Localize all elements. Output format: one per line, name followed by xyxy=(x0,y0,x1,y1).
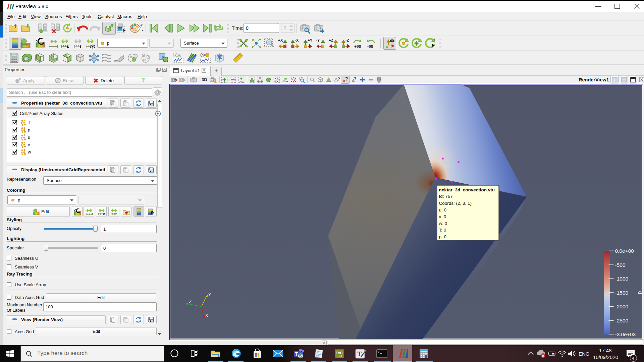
svg-text:?: ? xyxy=(345,76,348,81)
svg-text:nektar_3d_convection.vtu: nektar_3d_convection.vtu xyxy=(439,187,495,192)
svg-text:c: c xyxy=(103,212,105,215)
svg-text:+90: +90 xyxy=(354,44,361,49)
svg-text:w: 0: w: 0 xyxy=(439,221,447,226)
svg-text:t: t xyxy=(115,212,117,215)
svg-text:Y: Y xyxy=(208,292,212,297)
svg-text:?: ? xyxy=(337,76,340,81)
svg-text:-2000: -2000 xyxy=(615,304,629,309)
svg-text:-1000: -1000 xyxy=(615,276,629,282)
svg-text:Z: Z xyxy=(189,299,192,304)
svg-text:-Y: -Y xyxy=(316,38,320,42)
svg-text:+Z: +Z xyxy=(329,38,333,42)
svg-text:+Y: +Y xyxy=(308,38,313,42)
svg-text:+X: +X xyxy=(278,38,283,42)
svg-text:T: 0: T: 0 xyxy=(439,228,446,233)
svg-text:v: 0: v: 0 xyxy=(439,214,446,219)
svg-text:p: p xyxy=(637,291,642,294)
svg-text:p: 0: p: 0 xyxy=(439,234,447,239)
svg-text:-X: -X xyxy=(295,38,299,42)
svg-text:-90: -90 xyxy=(367,44,373,49)
svg-text:Coords: (2, 3, 1): Coords: (2, 3, 1) xyxy=(439,201,472,206)
svg-text:c: c xyxy=(67,44,69,49)
svg-text:-3.0e+03: -3.0e+03 xyxy=(615,331,636,337)
svg-text:-1500: -1500 xyxy=(615,290,629,296)
svg-text:-500: -500 xyxy=(615,262,626,268)
svg-text:t: t xyxy=(80,44,82,49)
svg-text:u: 0: u: 0 xyxy=(439,207,447,213)
svg-text:0.0e+00: 0.0e+00 xyxy=(615,248,634,254)
svg-text:v2: v2 xyxy=(339,355,342,358)
svg-text:-Z: -Z xyxy=(345,38,349,42)
svg-text:-2500: -2500 xyxy=(615,318,629,323)
svg-text:Id: 767: Id: 767 xyxy=(439,194,453,199)
svg-text:?: ? xyxy=(354,76,357,81)
svg-text:e: e xyxy=(151,209,154,215)
svg-text:X: X xyxy=(205,313,209,318)
